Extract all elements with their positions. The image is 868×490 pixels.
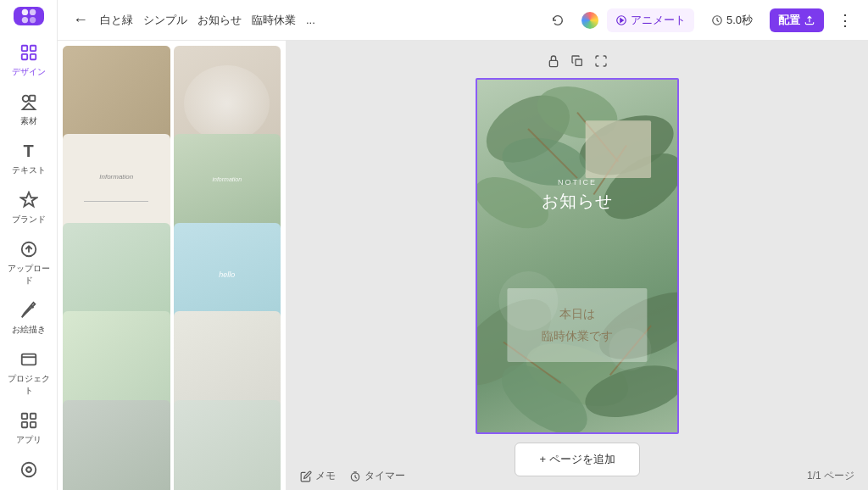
topbar: ← 白と緑 シンプル お知らせ 臨時休業 ... (58, 0, 868, 41)
breadcrumb-1: 白と緑 (100, 13, 133, 28)
svg-rect-16 (30, 422, 35, 427)
canvas-decoration (477, 80, 677, 432)
sidebar: デザイン 素材 T テキスト ブランド アップロード (0, 0, 58, 490)
animate-label: アニメート (631, 13, 686, 28)
canvas-bottom-bar: メモ タイマー 1/1 ページ (287, 469, 868, 483)
template-grid: 10月お知らせ ご来愛ください♡ Information 本日も元気に営業してお… (58, 41, 286, 490)
svg-rect-15 (21, 422, 26, 427)
add-page-label: + ページを追加 (539, 452, 615, 467)
sidebar-item-project[interactable]: プロジェクト (0, 342, 57, 402)
project-icon (17, 348, 41, 371)
duration-button[interactable]: 5.0秒 (703, 8, 761, 32)
svg-rect-13 (21, 414, 26, 419)
lock-icon[interactable] (547, 54, 560, 71)
thumb-title-6: hello (219, 270, 235, 279)
svg-point-0 (21, 9, 27, 15)
svg-point-18 (26, 467, 31, 472)
svg-rect-5 (30, 46, 35, 51)
sidebar-label-brand: ブランド (12, 214, 46, 226)
svg-marker-10 (22, 103, 35, 109)
sidebar-item-text[interactable]: T テキスト (0, 134, 57, 181)
svg-rect-39 (586, 120, 651, 178)
template-item-9[interactable] (63, 400, 170, 490)
canvas-bottom-left: メモ タイマー (300, 469, 405, 483)
text-icon: T (17, 139, 41, 163)
topbar-actions: アニメート 5.0秒 配置 ⋮ (542, 8, 858, 32)
sidebar-label-design: デザイン (12, 66, 46, 78)
svg-point-2 (21, 17, 27, 23)
svg-rect-14 (30, 414, 35, 419)
share-button[interactable]: 配置 (770, 8, 824, 32)
breadcrumb-3: お知らせ (198, 13, 242, 28)
svg-point-3 (29, 17, 35, 23)
canvas-message-box: 本日は 臨時休業です (507, 288, 647, 361)
sidebar-item-elements[interactable]: 素材 (0, 85, 57, 132)
refresh-button[interactable] (542, 9, 573, 31)
thumb-title-3: Information (99, 173, 133, 181)
animate-button[interactable]: アニメート (607, 8, 694, 32)
app-logo[interactable] (14, 7, 44, 25)
sidebar-label-apps: アプリ (16, 434, 42, 446)
breadcrumb-more[interactable]: ... (306, 14, 315, 26)
breadcrumb-2: シンプル (143, 13, 187, 28)
canvas-notice-small: NOTICE (542, 178, 613, 187)
canvas-notice-large: お知らせ (542, 190, 613, 213)
svg-rect-12 (21, 354, 36, 365)
breadcrumb-4: 臨時休業 (252, 13, 296, 28)
svg-rect-7 (30, 54, 35, 59)
main-area: ← 白と緑 シンプル お知らせ 臨時休業 ... (58, 0, 868, 490)
canvas-toolbar (547, 54, 608, 71)
upload-icon (17, 237, 41, 261)
canvas-notice-area: NOTICE お知らせ (542, 178, 613, 213)
memo-label: メモ (315, 469, 336, 483)
sidebar-item-brand[interactable]: ブランド (0, 183, 57, 231)
color-palette-button[interactable] (581, 12, 598, 29)
sidebar-item-magic[interactable] (0, 453, 57, 487)
draw-icon (17, 298, 41, 322)
svg-rect-21 (549, 60, 557, 66)
sidebar-item-upload[interactable]: アップロード (0, 232, 57, 292)
sidebar-item-draw[interactable]: お絵描き (0, 293, 57, 341)
svg-rect-4 (21, 46, 26, 51)
elements-icon (17, 90, 41, 114)
svg-rect-22 (576, 59, 581, 65)
page-count: 1/1 ページ (807, 469, 854, 483)
breadcrumb: 白と緑 シンプル お知らせ 臨時休業 ... (100, 13, 315, 28)
svg-point-17 (21, 463, 36, 477)
canvas-frame[interactable]: NOTICE お知らせ 本日は 臨時休業です (476, 78, 679, 434)
thumb-title-4: information (212, 176, 242, 182)
svg-point-1 (29, 9, 35, 15)
deco-circle-1 (498, 271, 558, 331)
template-item-10[interactable] (174, 400, 281, 490)
magic-icon (17, 458, 41, 482)
memo-button[interactable]: メモ (300, 469, 336, 483)
more-options-button[interactable]: ⋮ (832, 9, 858, 31)
copy-icon[interactable] (570, 54, 584, 71)
timer-button[interactable]: タイマー (349, 469, 405, 483)
duration-label: 5.0秒 (726, 13, 753, 28)
back-button[interactable]: ← (68, 9, 93, 31)
sidebar-label-project: プロジェクト (3, 373, 53, 397)
design-icon (17, 41, 41, 64)
sidebar-label-upload: アップロード (3, 263, 53, 287)
expand-icon[interactable] (594, 54, 608, 71)
sidebar-label-text: テキスト (12, 164, 46, 176)
content-area: 10月お知らせ ご来愛ください♡ Information 本日も元気に営業してお… (58, 41, 868, 490)
svg-point-8 (22, 96, 28, 102)
svg-rect-6 (21, 54, 26, 59)
canvas-area: NOTICE お知らせ 本日は 臨時休業です + ページを追加 (287, 41, 868, 490)
sidebar-label-draw: お絵描き (12, 324, 46, 336)
template-panel: 10月お知らせ ご来愛ください♡ Information 本日も元気に営業してお… (58, 41, 287, 490)
timer-label: タイマー (364, 469, 405, 483)
share-label: 配置 (778, 13, 800, 28)
sidebar-label-elements: 素材 (20, 115, 37, 127)
brand-icon (17, 188, 41, 212)
sidebar-item-design[interactable]: デザイン (0, 36, 57, 83)
sidebar-item-apps[interactable]: アプリ (0, 404, 57, 451)
apps-icon (17, 409, 41, 432)
svg-rect-9 (29, 96, 34, 101)
